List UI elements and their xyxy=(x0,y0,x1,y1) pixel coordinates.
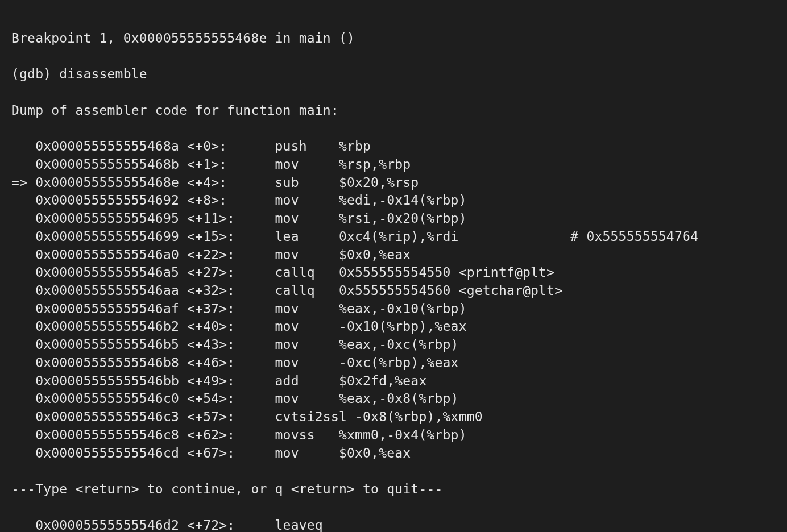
asm-line: 0x00005555555546af <+37>: mov %eax,-0x10… xyxy=(11,300,776,318)
terminal-output[interactable]: Breakpoint 1, 0x000055555555468e in main… xyxy=(0,0,787,532)
asm-line: 0x00005555555546bb <+49>: add $0x2fd,%ea… xyxy=(11,372,776,390)
asm-line: 0x000055555555468b <+1>: mov %rsp,%rbp xyxy=(11,156,776,174)
dump-header: Dump of assembler code for function main… xyxy=(11,102,776,120)
asm-line: 0x0000555555554699 <+15>: lea 0xc4(%rip)… xyxy=(11,228,776,246)
asm-line: 0x00005555555546a0 <+22>: mov $0x0,%eax xyxy=(11,246,776,264)
gdb-prompt-disassemble: (gdb) disassemble xyxy=(11,65,776,84)
disassembly-listing: 0x000055555555468a <+0>: push %rbp 0x000… xyxy=(11,138,776,462)
asm-line: 0x00005555555546c8 <+62>: movss %xmm0,-0… xyxy=(11,426,776,444)
asm-line: 0x0000555555554692 <+8>: mov %edi,-0x14(… xyxy=(11,192,776,210)
asm-line: 0x00005555555546d2 <+72>: leaveq xyxy=(11,517,776,532)
asm-line: 0x00005555555546c0 <+54>: mov %eax,-0x8(… xyxy=(11,390,776,408)
asm-line: 0x00005555555546c3 <+57>: cvtsi2ssl -0x8… xyxy=(11,408,776,426)
asm-line: 0x000055555555468a <+0>: push %rbp xyxy=(11,138,776,156)
pager-prompt: ---Type <return> to continue, or q <retu… xyxy=(11,480,776,498)
asm-line: 0x00005555555546b5 <+43>: mov %eax,-0xc(… xyxy=(11,336,776,354)
asm-line: 0x0000555555554695 <+11>: mov %rsi,-0x20… xyxy=(11,210,776,228)
asm-line: => 0x000055555555468e <+4>: sub $0x20,%r… xyxy=(11,174,776,192)
asm-line: 0x00005555555546b8 <+46>: mov -0xc(%rbp)… xyxy=(11,354,776,372)
asm-line: 0x00005555555546b2 <+40>: mov -0x10(%rbp… xyxy=(11,318,776,336)
asm-line: 0x00005555555546aa <+32>: callq 0x555555… xyxy=(11,282,776,300)
asm-line: 0x00005555555546a5 <+27>: callq 0x555555… xyxy=(11,264,776,282)
asm-line: 0x00005555555546cd <+67>: mov $0x0,%eax xyxy=(11,444,776,463)
disassembly-listing-after: 0x00005555555546d2 <+72>: leaveq 0x00005… xyxy=(11,517,776,532)
breakpoint-line: Breakpoint 1, 0x000055555555468e in main… xyxy=(11,30,776,48)
